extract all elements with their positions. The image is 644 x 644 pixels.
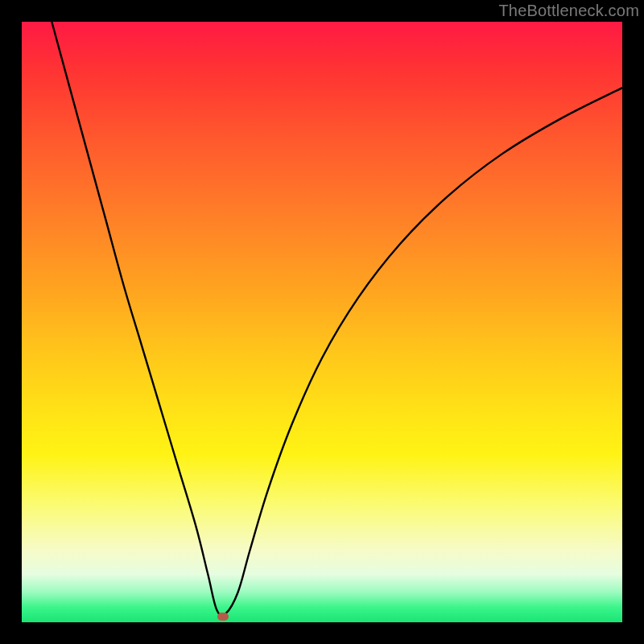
chart-plot-area xyxy=(22,22,622,622)
optimal-point-marker xyxy=(217,613,229,621)
bottleneck-curve xyxy=(22,22,622,622)
watermark-text: TheBottleneck.com xyxy=(498,2,639,20)
chart-frame: TheBottleneck.com xyxy=(0,0,644,644)
